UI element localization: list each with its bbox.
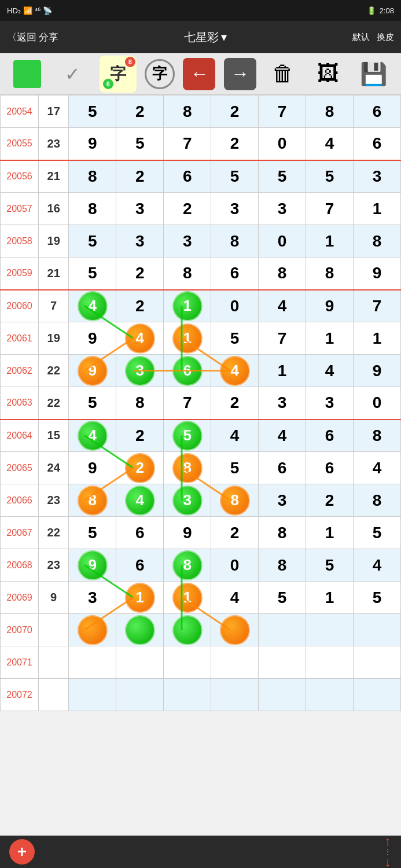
- num-cell: [306, 614, 354, 646]
- back-button[interactable]: 〈返回: [7, 31, 36, 44]
- sum-col: 21: [39, 258, 69, 290]
- toolbar-fwd-arrow[interactable]: →: [224, 58, 256, 90]
- num-cell: 5: [69, 517, 116, 549]
- app-title: 七星彩: [184, 30, 219, 45]
- orange-circle: 8: [78, 486, 108, 516]
- default-button[interactable]: 默认: [352, 32, 370, 43]
- num-cell: 4: [306, 355, 354, 387]
- row-id: 20059: [1, 258, 39, 290]
- num-cell: 6: [353, 128, 400, 160]
- green-circle: 5: [172, 421, 203, 451]
- orange-circle: [220, 615, 250, 645]
- num-cell: 3: [69, 582, 116, 614]
- num-cell: 1: [164, 582, 211, 614]
- num-cell: 6: [164, 355, 211, 387]
- num-cell: 2: [211, 95, 259, 128]
- row-id: 20072: [1, 679, 39, 711]
- toolbar-char[interactable]: 字: [145, 59, 175, 89]
- title-dropdown-icon[interactable]: ▾: [221, 30, 227, 44]
- toolbar-trash[interactable]: 🗑: [264, 56, 301, 93]
- num-cell: 7: [306, 193, 354, 225]
- num-cell: [259, 646, 306, 679]
- num-cell: 5: [306, 160, 354, 193]
- num-cell: 4: [211, 420, 259, 452]
- num-cell: [116, 646, 164, 679]
- row-id: 20058: [1, 225, 39, 258]
- num-cell: [353, 646, 400, 679]
- row-id: 20063: [1, 387, 39, 420]
- add-button[interactable]: +: [9, 839, 35, 865]
- num-cell: [211, 646, 259, 679]
- num-cell: 7: [259, 322, 306, 355]
- toolbar-image[interactable]: 🖼: [310, 56, 347, 93]
- sum-col: [39, 679, 69, 711]
- sum-col: 9: [39, 582, 69, 614]
- orange-circle: 9: [78, 356, 108, 386]
- num-cell: 5: [353, 517, 400, 549]
- orange-circle: 2: [125, 453, 155, 483]
- toolbar-font[interactable]: 字 8 6: [100, 56, 137, 93]
- num-cell: 1: [306, 225, 354, 258]
- num-cell: 1: [306, 582, 354, 614]
- toolbar-green[interactable]: [9, 56, 46, 93]
- sum-col: 22: [39, 355, 69, 387]
- num-cell: 8: [259, 517, 306, 549]
- row-id: 20064: [1, 420, 39, 452]
- num-cell: 8: [211, 484, 259, 517]
- num-cell: 3: [116, 355, 164, 387]
- row-id: 20071: [1, 646, 39, 679]
- num-cell: 4: [353, 452, 400, 484]
- num-cell: 8: [353, 420, 400, 452]
- orange-circle: 8: [172, 453, 203, 483]
- toolbar-save[interactable]: 💾: [355, 56, 392, 93]
- status-right: 🔋 2:08: [367, 6, 394, 15]
- num-cell: 2: [116, 420, 164, 452]
- num-cell: 8: [353, 225, 400, 258]
- orange-circle: 1: [125, 583, 155, 613]
- num-cell: 4: [211, 582, 259, 614]
- green-circle: 6: [172, 356, 203, 386]
- sum-col: [39, 614, 69, 646]
- num-cell: 0: [353, 387, 400, 420]
- row-id: 20067: [1, 517, 39, 549]
- toolbar-check[interactable]: ✓: [54, 56, 91, 93]
- status-left: HD₂ 📶 ⁴⁶ 📡: [7, 6, 52, 15]
- num-cell: 3: [164, 484, 211, 517]
- green-circle: [172, 615, 203, 645]
- num-cell: 5: [164, 420, 211, 452]
- orange-circle: 8: [220, 486, 250, 516]
- wifi-icon: 📡: [43, 6, 52, 15]
- table-wrapper: 2005417528278620055239572046200562182655…: [0, 95, 401, 711]
- num-cell: 5: [306, 549, 354, 582]
- row-id: 20056: [1, 160, 39, 193]
- num-cell: 5: [259, 160, 306, 193]
- num-cell: 9: [353, 355, 400, 387]
- num-cell: [211, 679, 259, 711]
- num-cell: 3: [353, 160, 400, 193]
- num-cell: [259, 614, 306, 646]
- sum-col: 7: [39, 290, 69, 322]
- num-cell: 8: [164, 549, 211, 582]
- scroll-arrows[interactable]: ↑ ⋮ ↓: [384, 835, 392, 868]
- row-id: 20061: [1, 322, 39, 355]
- num-cell: 9: [353, 258, 400, 290]
- num-cell: 8: [211, 225, 259, 258]
- num-cell: 2: [211, 128, 259, 160]
- num-cell: 6: [211, 258, 259, 290]
- num-cell: 3: [116, 225, 164, 258]
- num-cell: [116, 679, 164, 711]
- skin-button[interactable]: 换皮: [377, 32, 394, 43]
- toolbar-back-arrow[interactable]: ←: [183, 58, 215, 90]
- share-button[interactable]: 分享: [39, 31, 58, 44]
- num-cell: 4: [69, 420, 116, 452]
- num-cell: [353, 614, 400, 646]
- nav-title[interactable]: 七星彩 ▾: [184, 30, 227, 45]
- num-cell: 8: [164, 258, 211, 290]
- nav-left[interactable]: 〈返回 分享: [7, 31, 58, 44]
- green-circle: 4: [125, 486, 155, 516]
- num-cell: 5: [211, 452, 259, 484]
- green-circle: 9: [78, 550, 108, 580]
- sum-col: 15: [39, 420, 69, 452]
- badge-green: 6: [103, 79, 113, 89]
- num-cell: 8: [306, 95, 354, 128]
